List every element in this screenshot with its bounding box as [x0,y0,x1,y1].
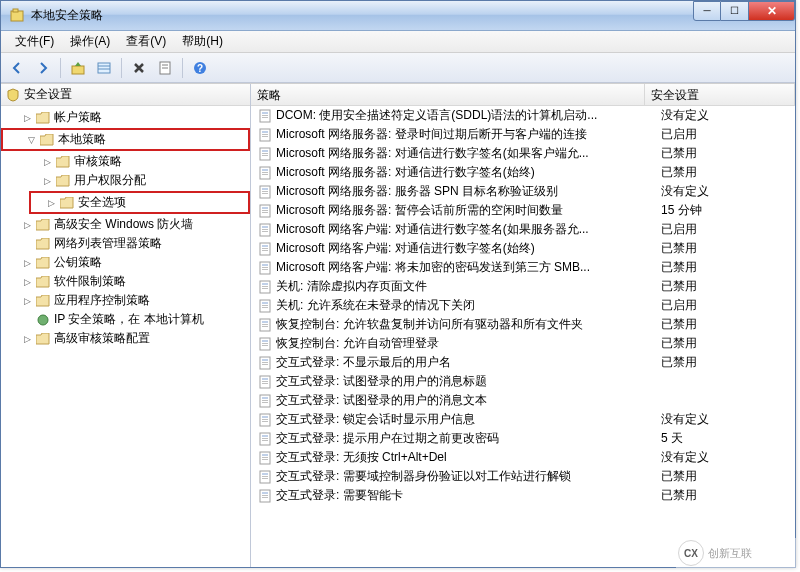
svg-rect-47 [262,269,268,270]
tree-item-label: 软件限制策略 [54,273,126,290]
svg-rect-85 [262,454,268,456]
window-controls: ─ ☐ ✕ [693,1,795,21]
svg-rect-49 [262,283,268,285]
menu-help[interactable]: 帮助(H) [174,31,231,52]
folder-icon [35,110,51,126]
svg-rect-33 [262,207,268,209]
column-setting[interactable]: 安全设置 [645,84,795,105]
menu-view[interactable]: 查看(V) [118,31,174,52]
policy-icon [257,488,273,504]
tree-item-app-control[interactable]: ▷ 应用程序控制策略 [1,291,250,310]
list-row[interactable]: 恢复控制台: 允许软盘复制并访问所有驱动器和所有文件夹已禁用 [251,315,795,334]
folder-icon [35,274,51,290]
list-row[interactable]: 关机: 允许系统在未登录的情况下关闭已启用 [251,296,795,315]
list-row[interactable]: 关机: 清除虚拟内存页面文件已禁用 [251,277,795,296]
tree-root-label: 安全设置 [24,86,72,103]
menu-action[interactable]: 操作(A) [62,31,118,52]
policy-name: Microsoft 网络客户端: 将未加密的密码发送到第三方 SMB... [276,259,661,276]
policy-icon [257,146,273,162]
tree-item-security-options[interactable]: ▷ 安全选项 [33,193,246,212]
titlebar[interactable]: 本地安全策略 ─ ☐ ✕ [1,1,795,31]
tree-item-account-policy[interactable]: ▷ 帐户策略 [1,108,250,127]
list-row[interactable]: 交互式登录: 需要智能卡已禁用 [251,486,795,505]
minimize-button[interactable]: ─ [693,1,721,21]
tree-item-netlist[interactable]: 网络列表管理器策略 [1,234,250,253]
expand-icon[interactable]: ▷ [41,156,53,168]
tree-item-ipsec[interactable]: IP 安全策略，在 本地计算机 [1,310,250,329]
list-panel: 策略 安全设置 DCOM: 使用安全描述符定义语言(SDDL)语法的计算机启动.… [251,84,795,567]
tree-item-local-policy[interactable]: ▽ 本地策略 [5,130,246,149]
folder-icon [35,331,51,347]
policy-icon [257,355,273,371]
tree-item-user-rights[interactable]: ▷ 用户权限分配 [1,171,250,190]
expand-icon[interactable]: ▷ [41,175,53,187]
tree-item-audit-policy[interactable]: ▷ 审核策略 [1,152,250,171]
svg-rect-13 [262,112,268,114]
svg-text:?: ? [197,63,203,74]
list-body[interactable]: DCOM: 使用安全描述符定义语言(SDDL)语法的计算机启动...没有定义Mi… [251,106,795,567]
expand-icon[interactable]: ▷ [21,112,33,124]
list-row[interactable]: 交互式登录: 不显示最后的用户名已禁用 [251,353,795,372]
help-button[interactable]: ? [188,56,212,80]
delete-button[interactable] [127,56,151,80]
svg-rect-63 [262,345,268,346]
tree-item-publickey[interactable]: ▷ 公钥策略 [1,253,250,272]
svg-rect-25 [262,169,268,171]
list-row[interactable]: 恢复控制台: 允许自动管理登录已禁用 [251,334,795,353]
expand-icon[interactable]: ▷ [21,219,33,231]
policy-name: 关机: 允许系统在未登录的情况下关闭 [276,297,661,314]
list-header: 策略 安全设置 [251,84,795,106]
list-row[interactable]: Microsoft 网络服务器: 对通信进行数字签名(如果客户端允...已禁用 [251,144,795,163]
policy-setting: 已禁用 [661,487,795,504]
list-row[interactable]: Microsoft 网络服务器: 登录时间过期后断开与客户端的连接已启用 [251,125,795,144]
list-row[interactable]: 交互式登录: 试图登录的用户的消息文本 [251,391,795,410]
list-row[interactable]: 交互式登录: 提示用户在过期之前更改密码5 天 [251,429,795,448]
forward-button[interactable] [31,56,55,80]
tree-item-software-restrict[interactable]: ▷ 软件限制策略 [1,272,250,291]
svg-rect-45 [262,264,268,266]
menu-file[interactable]: 文件(F) [7,31,62,52]
list-row[interactable]: Microsoft 网络服务器: 服务器 SPN 目标名称验证级别没有定义 [251,182,795,201]
list-row[interactable]: Microsoft 网络客户端: 对通信进行数字签名(始终)已禁用 [251,239,795,258]
back-button[interactable] [5,56,29,80]
list-row[interactable]: 交互式登录: 无须按 Ctrl+Alt+Del没有定义 [251,448,795,467]
list-row[interactable]: 交互式登录: 需要域控制器身份验证以对工作站进行解锁已禁用 [251,467,795,486]
list-row[interactable]: Microsoft 网络服务器: 对通信进行数字签名(始终)已禁用 [251,163,795,182]
list-row[interactable]: Microsoft 网络客户端: 对通信进行数字签名(如果服务器允...已启用 [251,220,795,239]
policy-icon [257,450,273,466]
expand-spacer [21,238,33,250]
svg-rect-75 [262,402,268,403]
svg-rect-51 [262,288,268,289]
collapse-icon[interactable]: ▽ [25,134,37,146]
tree-item-label: 审核策略 [74,153,122,170]
list-row[interactable]: DCOM: 使用安全描述符定义语言(SDDL)语法的计算机启动...没有定义 [251,106,795,125]
svg-rect-77 [262,416,268,418]
expand-icon[interactable]: ▷ [21,276,33,288]
list-row[interactable]: 交互式登录: 试图登录的用户的消息标题 [251,372,795,391]
svg-rect-53 [262,302,268,304]
expand-icon[interactable]: ▷ [21,257,33,269]
watermark-logo: CX [678,540,704,566]
list-row[interactable]: 交互式登录: 锁定会话时显示用户信息没有定义 [251,410,795,429]
tree-item-adv-audit[interactable]: ▷ 高级审核策略配置 [1,329,250,348]
menubar: 文件(F) 操作(A) 查看(V) 帮助(H) [1,31,795,53]
content-area: 安全设置 ▷ 帐户策略 ▽ 本地策略 ▷ [1,83,795,567]
expand-icon[interactable]: ▷ [45,197,57,209]
properties-button[interactable] [153,56,177,80]
svg-rect-62 [262,343,268,344]
column-policy[interactable]: 策略 [251,84,645,105]
tree-item-firewall[interactable]: ▷ 高级安全 Windows 防火墙 [1,215,250,234]
svg-rect-91 [262,478,268,479]
close-button[interactable]: ✕ [749,1,795,21]
expand-icon[interactable]: ▷ [21,333,33,345]
maximize-button[interactable]: ☐ [721,1,749,21]
folder-icon [35,293,51,309]
list-button[interactable] [92,56,116,80]
expand-icon[interactable]: ▷ [21,295,33,307]
policy-setting: 5 天 [661,430,795,447]
folder-icon [55,154,71,170]
up-button[interactable] [66,56,90,80]
policy-icon [257,222,273,238]
list-row[interactable]: Microsoft 网络服务器: 暂停会话前所需的空闲时间数量15 分钟 [251,201,795,220]
list-row[interactable]: Microsoft 网络客户端: 将未加密的密码发送到第三方 SMB...已禁用 [251,258,795,277]
